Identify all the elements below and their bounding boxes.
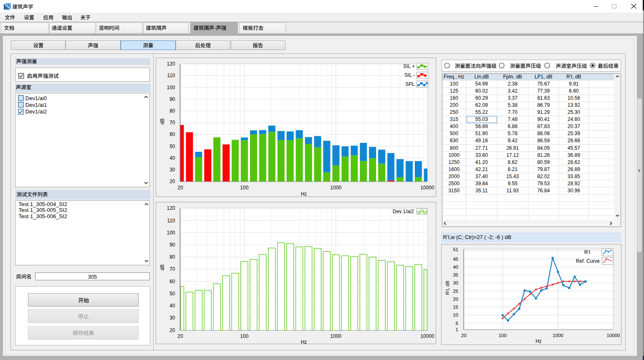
svg-text:Hz: Hz xyxy=(535,338,542,344)
svg-text:R'I, dB: R'I, dB xyxy=(445,281,450,295)
svg-text:35: 35 xyxy=(453,272,458,277)
svg-text:80: 80 xyxy=(169,108,175,114)
svg-text:10: 10 xyxy=(453,312,458,317)
svg-text:SPL: SPL xyxy=(405,81,415,87)
svg-text:40: 40 xyxy=(169,303,175,309)
svg-text:70: 70 xyxy=(169,120,175,126)
svg-text:45: 45 xyxy=(453,257,458,262)
svg-text:dB: dB xyxy=(159,118,165,125)
svg-text:10000: 10000 xyxy=(420,333,434,339)
svg-text:51: 51 xyxy=(453,247,458,252)
svg-text:10000: 10000 xyxy=(607,333,620,338)
svg-text:5: 5 xyxy=(456,321,458,326)
svg-text:Hz: Hz xyxy=(301,191,307,197)
svg-text:100: 100 xyxy=(499,333,507,338)
svg-text:100: 100 xyxy=(240,333,248,339)
svg-text:1000: 1000 xyxy=(553,333,563,338)
svg-text:50: 50 xyxy=(169,143,175,149)
svg-text:Ref. Curve: Ref. Curve xyxy=(576,258,600,264)
svg-text:40: 40 xyxy=(169,155,175,161)
svg-text:15: 15 xyxy=(453,305,458,310)
svg-text:20: 20 xyxy=(453,297,458,302)
svg-text:60: 60 xyxy=(169,279,175,284)
svg-text:120: 120 xyxy=(167,205,175,211)
svg-text:1: 1 xyxy=(456,327,458,332)
svg-text:dB: dB xyxy=(159,264,165,271)
svg-text:110: 110 xyxy=(167,73,175,78)
svg-text:SIL +: SIL + xyxy=(403,63,415,69)
svg-text:SIL -: SIL - xyxy=(404,72,415,78)
svg-text:20: 20 xyxy=(169,327,175,333)
svg-text:20: 20 xyxy=(169,179,175,184)
svg-text:90: 90 xyxy=(169,242,175,248)
svg-text:120: 120 xyxy=(167,61,175,67)
svg-text:100: 100 xyxy=(167,230,175,236)
svg-text:20: 20 xyxy=(461,333,467,338)
svg-text:110: 110 xyxy=(167,218,175,224)
svg-text:Hz: Hz xyxy=(301,339,307,345)
svg-text:R'I: R'I xyxy=(584,249,590,255)
svg-text:Dev 1/ai2: Dev 1/ai2 xyxy=(392,209,414,214)
svg-text:30: 30 xyxy=(169,315,175,321)
svg-text:40: 40 xyxy=(453,264,458,269)
svg-text:20: 20 xyxy=(177,333,183,339)
svg-text:50: 50 xyxy=(169,291,175,297)
svg-text:100: 100 xyxy=(240,185,248,191)
svg-text:60: 60 xyxy=(169,131,175,137)
svg-text:20: 20 xyxy=(177,185,183,191)
svg-text:25: 25 xyxy=(453,289,458,294)
svg-text:70: 70 xyxy=(169,266,175,272)
svg-text:30: 30 xyxy=(169,167,175,173)
svg-text:1000: 1000 xyxy=(330,185,341,191)
svg-text:90: 90 xyxy=(169,96,175,102)
svg-text:100: 100 xyxy=(167,85,175,91)
svg-text:1000: 1000 xyxy=(330,333,341,339)
svg-text:10000: 10000 xyxy=(420,185,434,191)
svg-text:30: 30 xyxy=(453,280,458,285)
svg-text:80: 80 xyxy=(169,254,175,260)
